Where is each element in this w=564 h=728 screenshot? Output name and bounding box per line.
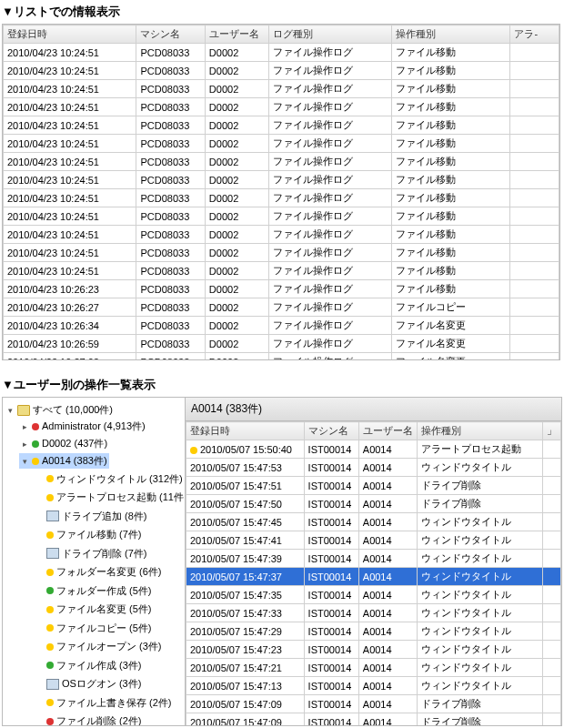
cell: 2010/04/23 10:24:51 xyxy=(4,116,136,135)
col-header[interactable]: 操作種別 xyxy=(417,422,542,440)
tree-node[interactable]: OSログオン (3件) xyxy=(34,676,143,692)
cell xyxy=(510,62,559,80)
table-row[interactable]: 2010/04/23 10:24:51PCD08033D0002ファイル操作ログ… xyxy=(4,189,559,207)
tree-node[interactable]: ウィンドウタイトル (312件) xyxy=(34,471,185,487)
table-row[interactable]: 2010/04/23 10:24:51PCD08033D0002ファイル操作ログ… xyxy=(4,80,559,98)
table-row[interactable]: 2010/04/23 10:26:27PCD08033D0002ファイル操作ログ… xyxy=(4,298,559,317)
tree-node[interactable]: ファイル移動 (7件) xyxy=(34,527,144,542)
cell: ファイル操作ログ xyxy=(268,244,392,262)
expander-icon[interactable]: ▸ xyxy=(21,440,29,449)
cell: 2010/05/07 15:47:39 xyxy=(186,550,305,568)
cell: PCD08033 xyxy=(136,353,205,360)
table-row[interactable]: 2010/04/23 10:24:51PCD08033D0002ファイル操作ログ… xyxy=(4,226,559,244)
table-row[interactable]: 2010/04/23 10:24:51PCD08033D0002ファイル操作ログ… xyxy=(4,153,559,171)
table-row[interactable]: 2010/05/07 15:47:53IST00014A0014ウィンドウタイト… xyxy=(186,459,561,477)
table-row[interactable]: 2010/05/07 15:47:37IST00014A0014ウィンドウタイト… xyxy=(186,568,561,586)
cell: A0014 xyxy=(358,440,417,459)
cell: 2010/04/23 10:24:51 xyxy=(4,153,136,171)
detail-grid-wrap[interactable]: 登録日時マシン名ユーザー名操作種別」 2010/05/07 15:50:40IS… xyxy=(186,421,561,725)
table-row[interactable]: 2010/04/23 10:24:51PCD08033D0002ファイル操作ログ… xyxy=(4,244,559,262)
col-header[interactable]: ログ種別 xyxy=(268,25,392,44)
expander-icon[interactable]: ▸ xyxy=(21,422,29,431)
tree-node[interactable]: ドライブ削除 (7件) xyxy=(34,546,149,561)
col-header[interactable]: 登録日時 xyxy=(4,25,136,44)
cell: 2010/04/23 10:26:27 xyxy=(4,298,136,317)
col-header[interactable]: アラ- xyxy=(510,25,559,44)
table-row[interactable]: 2010/04/23 10:24:51PCD08033D0002ファイル操作ログ… xyxy=(4,262,559,280)
table-row[interactable]: 2010/05/07 15:47:13IST00014A0014ウィンドウタイト… xyxy=(186,677,561,695)
table-row[interactable]: 2010/05/07 15:47:51IST00014A0014ドライブ削除 xyxy=(186,477,561,495)
cell: D0002 xyxy=(205,317,268,335)
expander-icon[interactable]: ▾ xyxy=(21,457,29,466)
tree-label: D0002 (437件) xyxy=(42,437,107,450)
cell: ファイル操作ログ xyxy=(268,153,392,171)
table-row[interactable]: 2010/04/23 10:24:51PCD08033D0002ファイル操作ログ… xyxy=(4,98,559,116)
list-grid-wrap[interactable]: 登録日時マシン名ユーザー名ログ種別操作種別アラ- 2010/04/23 10:2… xyxy=(3,25,559,359)
cell: D0002 xyxy=(205,116,268,135)
tree-node[interactable]: ファイルオープン (3件) xyxy=(34,639,164,654)
tree-root-node[interactable]: ▾すべて (10,000件) xyxy=(5,402,115,418)
col-header[interactable]: マシン名 xyxy=(136,25,205,44)
cell: 2010/05/07 15:47:29 xyxy=(186,622,305,641)
status-dot-icon xyxy=(190,447,197,454)
col-header[interactable]: ユーザー名 xyxy=(358,422,417,440)
tree-node[interactable]: ファイル名変更 (5件) xyxy=(34,602,154,617)
tree-node[interactable]: ファイル削除 (2件) xyxy=(34,713,144,725)
table-row[interactable]: 2010/05/07 15:47:21IST00014A0014ウィンドウタイト… xyxy=(186,659,561,677)
table-row[interactable]: 2010/05/07 15:47:33IST00014A0014ウィンドウタイト… xyxy=(186,604,561,622)
cell: 2010/05/07 15:47:37 xyxy=(186,568,305,586)
table-row[interactable]: 2010/04/23 10:24:51PCD08033D0002ファイル操作ログ… xyxy=(4,116,559,135)
expander-icon[interactable]: ▾ xyxy=(6,406,15,415)
cell: ファイル操作ログ xyxy=(268,62,392,80)
tree-pane[interactable]: ▾すべて (10,000件)▸Administrator (4,913件)▸D0… xyxy=(3,398,186,725)
tree-label: ファイル名変更 (5件) xyxy=(56,602,152,616)
tree-node[interactable]: ファイル上書き保存 (2件) xyxy=(34,695,174,711)
cell: 2010/05/07 15:47:21 xyxy=(186,659,305,677)
table-row[interactable]: 2010/05/07 15:47:39IST00014A0014ウィンドウタイト… xyxy=(186,550,561,568)
table-row[interactable]: 2010/04/23 10:27:03PCD08033D0002ファイル操作ログ… xyxy=(4,353,559,360)
tree-node[interactable]: ▾A0014 (383件) xyxy=(19,453,109,469)
tree-node[interactable]: ▸D0002 (437件) xyxy=(19,436,109,451)
table-row[interactable]: 2010/05/07 15:47:50IST00014A0014ドライブ削除 xyxy=(186,495,561,513)
tree-node[interactable]: アラートプロセス起動 (11件 xyxy=(34,490,186,505)
cell: 2010/04/23 10:26:34 xyxy=(4,317,136,335)
cell xyxy=(510,280,559,298)
cell: 2010/05/07 15:47:33 xyxy=(186,604,305,622)
table-row[interactable]: 2010/05/07 15:47:29IST00014A0014ウィンドウタイト… xyxy=(186,622,561,641)
cell: 2010/05/07 15:47:23 xyxy=(186,641,305,659)
tree-node[interactable]: ファイル作成 (3件) xyxy=(34,658,144,673)
cell xyxy=(510,335,559,353)
tree-node[interactable]: ドライブ追加 (8件) xyxy=(34,509,149,524)
tree-node[interactable]: ▸Administrator (4,913件) xyxy=(19,419,147,434)
col-header[interactable]: 登録日時 xyxy=(186,422,305,440)
table-row[interactable]: 2010/04/23 10:26:23PCD08033D0002ファイル操作ログ… xyxy=(4,280,559,298)
tree-node[interactable]: ファイルコピー (5件) xyxy=(34,621,154,636)
table-row[interactable]: 2010/05/07 15:47:23IST00014A0014ウィンドウタイト… xyxy=(186,641,561,659)
table-row[interactable]: 2010/04/23 10:24:51PCD08033D0002ファイル操作ログ… xyxy=(4,135,559,153)
cell: 2010/04/23 10:24:51 xyxy=(4,62,136,80)
table-row[interactable]: 2010/05/07 15:47:09IST00014A0014ドライブ削除 xyxy=(186,695,561,713)
table-row[interactable]: 2010/05/07 15:50:40IST00014A0014アラートプロセス… xyxy=(186,440,561,459)
table-row[interactable]: 2010/04/23 10:24:51PCD08033D0002ファイル操作ログ… xyxy=(4,44,559,62)
table-row[interactable]: 2010/04/23 10:26:59PCD08033D0002ファイル操作ログ… xyxy=(4,335,559,353)
tree-node[interactable]: フォルダー作成 (5件) xyxy=(34,583,154,599)
table-row[interactable]: 2010/05/07 15:47:41IST00014A0014ウィンドウタイト… xyxy=(186,531,561,550)
col-header[interactable]: マシン名 xyxy=(304,422,358,440)
cell: 2010/04/23 10:24:51 xyxy=(4,135,136,153)
table-row[interactable]: 2010/05/07 15:47:45IST00014A0014ウィンドウタイト… xyxy=(186,513,561,531)
table-row[interactable]: 2010/05/07 15:47:35IST00014A0014ウィンドウタイト… xyxy=(186,586,561,604)
cell: ファイル移動 xyxy=(392,44,510,62)
tree-node[interactable]: フォルダー名変更 (6件) xyxy=(34,564,164,580)
table-row[interactable]: 2010/04/23 10:24:51PCD08033D0002ファイル操作ログ… xyxy=(4,171,559,189)
cell: ウィンドウタイトル xyxy=(417,568,542,586)
col-header[interactable]: ユーザー名 xyxy=(205,25,268,44)
col-header[interactable]: 操作種別 xyxy=(392,25,510,44)
col-header[interactable]: 」 xyxy=(542,422,560,440)
user-panel: ▾すべて (10,000件)▸Administrator (4,913件)▸D0… xyxy=(2,397,562,726)
table-row[interactable]: 2010/05/07 15:47:09IST00014A0014ドライブ削除 xyxy=(186,713,561,726)
table-row[interactable]: 2010/04/23 10:24:51PCD08033D0002ファイル操作ログ… xyxy=(4,207,559,226)
cell: ファイル操作ログ xyxy=(268,116,392,135)
tree-label: Administrator (4,913件) xyxy=(42,420,146,433)
table-row[interactable]: 2010/04/23 10:24:51PCD08033D0002ファイル操作ログ… xyxy=(4,62,559,80)
table-row[interactable]: 2010/04/23 10:26:34PCD08033D0002ファイル操作ログ… xyxy=(4,317,559,335)
